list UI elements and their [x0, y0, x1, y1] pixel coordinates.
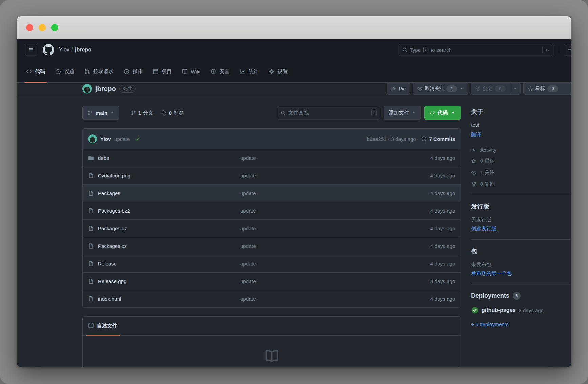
commit-author-avatar[interactable]	[88, 134, 97, 143]
code-dropdown-button[interactable]: 代码	[424, 106, 461, 120]
file-row[interactable]: index.htmlupdate4 days ago	[83, 290, 461, 307]
tab-label: Wiki	[191, 69, 200, 74]
close-window-button[interactable]	[26, 24, 33, 31]
breadcrumb-repo[interactable]: jbrepo	[75, 47, 92, 52]
fork-count-badge: 0	[495, 85, 506, 92]
check-icon[interactable]	[135, 136, 140, 142]
graph-icon	[240, 69, 245, 74]
file-row[interactable]: Packages.xzupdate4 days ago	[83, 237, 461, 255]
fork-dropdown-button[interactable]	[510, 83, 521, 95]
file-commit-message[interactable]: update	[240, 261, 408, 266]
file-name[interactable]: Release.gpg	[98, 278, 126, 284]
terminal-icon[interactable]	[545, 47, 550, 52]
tab-gear[interactable]: 设置	[264, 61, 293, 82]
tab-pull-request[interactable]: 拉取请求	[79, 61, 119, 82]
global-search-input[interactable]: Type / to search	[399, 44, 553, 56]
zoom-window-button[interactable]	[51, 24, 58, 31]
file-row[interactable]: debsupdate4 days ago	[83, 149, 461, 167]
tab-label: 操作	[133, 68, 143, 75]
commit-message[interactable]: update	[114, 136, 130, 142]
search-icon	[402, 47, 407, 52]
file-commit-message[interactable]: update	[240, 226, 408, 231]
file-name[interactable]: debs	[98, 155, 109, 161]
star-button-label: 星标	[535, 86, 545, 92]
repo-title[interactable]: jbrepo	[95, 85, 116, 93]
file-row[interactable]: CydiaIcon.pngupdate4 days ago	[83, 167, 461, 184]
file-name[interactable]: Packages	[98, 190, 120, 196]
caret-down-icon	[460, 87, 464, 91]
caret-down-icon	[412, 111, 416, 115]
breadcrumb-separator: /	[72, 47, 73, 52]
repo-tab-bar: 代码议题拉取请求操作项目Wiki安全统计设置	[17, 61, 571, 83]
file-commit-message[interactable]: update	[240, 173, 408, 178]
create-new-button[interactable]	[564, 44, 571, 56]
minimize-window-button[interactable]	[39, 24, 46, 31]
tab-graph[interactable]: 统计	[235, 61, 264, 82]
file-name[interactable]: CydiaIcon.png	[98, 173, 130, 178]
file-row[interactable]: Packages.gzupdate4 days ago	[83, 219, 461, 237]
deployment-row[interactable]: github-pages 3 days ago	[471, 306, 570, 314]
deployment-env[interactable]: github-pages	[482, 307, 515, 313]
file-commit-time: 4 days ago	[408, 190, 455, 196]
about-stat-star[interactable]: 0 星标	[471, 158, 570, 164]
about-stat-fork[interactable]: 0 复刻	[471, 181, 570, 187]
file-name[interactable]: Release	[98, 261, 117, 266]
tab-code[interactable]: 代码	[21, 61, 50, 82]
breadcrumb-owner[interactable]: Yiov	[59, 47, 69, 52]
slash-key-hint: /	[423, 47, 428, 53]
commit-sha-time[interactable]: b9aa251 · 3 days ago	[367, 136, 416, 142]
branch-selector-button[interactable]: main	[82, 106, 119, 120]
star-button[interactable]: 星标 0	[523, 83, 571, 95]
tab-label: 安全	[219, 68, 229, 75]
file-commit-message[interactable]: update	[240, 155, 408, 161]
commit-sha[interactable]: b9aa251	[367, 136, 386, 142]
breadcrumb: Yiov/jbrepo	[59, 47, 92, 53]
about-stat-label: 0 复刻	[480, 181, 495, 187]
create-release-link[interactable]: 创建发行版	[471, 226, 496, 232]
search-placeholder-suffix: to search	[431, 47, 452, 53]
file-commit-message[interactable]: update	[240, 243, 408, 249]
file-row[interactable]: Packagesupdate4 days ago	[83, 184, 461, 202]
file-commit-message[interactable]: update	[240, 278, 408, 284]
tags-link[interactable]: 0标签	[161, 110, 184, 116]
eye-icon	[471, 170, 477, 175]
readme-body	[83, 336, 461, 363]
commit-author[interactable]: Yiov	[100, 136, 111, 142]
file-commit-message[interactable]: update	[240, 208, 408, 214]
tab-actions[interactable]: 操作	[119, 61, 148, 82]
pin-button[interactable]: Pin	[387, 83, 410, 95]
file-commit-message[interactable]: update	[240, 296, 408, 302]
readme-tab-underline	[86, 335, 120, 336]
deployments-title-text: Deployments	[471, 292, 509, 299]
file-name[interactable]: index.html	[98, 296, 121, 302]
repo-website-link[interactable]: 翻译	[471, 132, 481, 138]
about-stat-activity[interactable]: Activity	[471, 147, 570, 153]
publish-package-link[interactable]: 发布您的第一个包	[471, 270, 512, 277]
tag-icon	[161, 110, 167, 115]
fork-button[interactable]: 复刻 0	[471, 83, 510, 95]
more-deployments-link[interactable]: + 5 deployments	[471, 321, 509, 327]
unwatch-button[interactable]: 取消关注 1	[413, 83, 468, 95]
commit-history-link[interactable]: 7 Commits	[421, 136, 455, 142]
branches-link[interactable]: 1分支	[131, 110, 153, 116]
repo-owner-avatar[interactable]	[82, 84, 92, 93]
readme-tab[interactable]: 自述文件	[88, 323, 117, 329]
tab-shield[interactable]: 安全	[205, 61, 235, 82]
file-row[interactable]: Packages.bz2update4 days ago	[83, 202, 461, 219]
add-file-button[interactable]: 添加文件	[384, 106, 421, 120]
tab-projects[interactable]: 项目	[148, 61, 177, 82]
file-commit-time: 4 days ago	[408, 173, 455, 178]
hamburger-menu-button[interactable]	[25, 44, 37, 56]
file-commit-message[interactable]: update	[240, 190, 408, 196]
file-row[interactable]: Release.gpgupdate3 days ago	[83, 272, 461, 290]
tab-issue[interactable]: 议题	[50, 61, 79, 82]
visibility-badge: 公共	[119, 85, 136, 93]
file-row[interactable]: Releaseupdate4 days ago	[83, 255, 461, 272]
tab-book[interactable]: Wiki	[177, 61, 205, 82]
about-stat-eye[interactable]: 1 关注	[471, 169, 570, 176]
file-name[interactable]: Packages.xz	[98, 243, 127, 249]
github-logo-icon[interactable]	[43, 44, 54, 56]
file-name[interactable]: Packages.gz	[98, 226, 127, 231]
file-name[interactable]: Packages.bz2	[98, 208, 130, 214]
find-file-input[interactable]: 文件查找 t	[277, 106, 380, 120]
